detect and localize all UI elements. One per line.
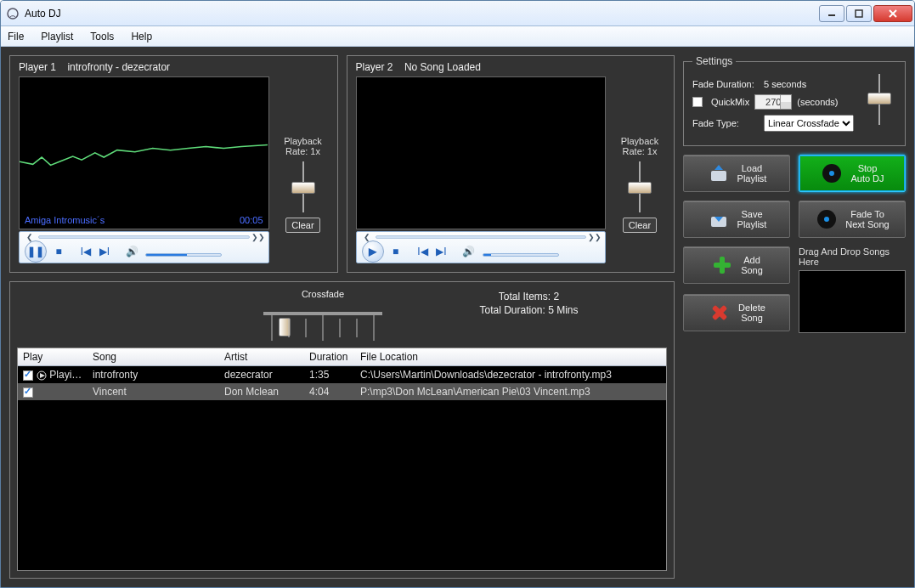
playlist-table: Play Song Artist Duration File Location … [17,348,667,571]
quickmix-checkbox[interactable] [692,97,703,107]
svg-point-0 [8,8,18,19]
fade-duration-value: 5 seconds [764,79,806,89]
disc-icon [820,161,844,185]
plus-icon [710,253,734,277]
row-location: C:\Users\Martin\Downloads\dezecrator - i… [355,366,666,383]
player-1-stop-button[interactable]: ■ [52,245,65,258]
player-1-now-time: 00:05 [240,215,263,225]
col-song[interactable]: Song [88,348,219,365]
fade-next-button[interactable]: Fade ToNext Song [799,201,906,238]
stop-autodj-button[interactable]: StopAuto DJ [799,155,906,192]
player-2-next-button[interactable]: ▶I [435,245,449,258]
row-play-status: Playing [47,369,83,381]
row-song: Vincent [88,383,219,400]
player-2-seek-back-icon[interactable]: ❮ [362,232,372,242]
maximize-button[interactable] [846,5,872,22]
minimize-button[interactable] [819,5,844,22]
player-2-volume-slider[interactable] [483,253,559,257]
menu-file[interactable]: File [8,31,24,42]
menu-tools[interactable]: Tools [90,31,114,42]
fade-duration-slider[interactable] [862,74,896,125]
x-icon [708,301,731,325]
fade-duration-label: Fade Duration: [692,79,759,89]
window-title: Auto DJ [25,8,817,20]
menubar: File Playlist Tools Help [1,26,914,47]
player-1-seek[interactable] [38,235,250,239]
svg-rect-2 [856,10,862,17]
player-2-rate-slider[interactable] [625,161,654,212]
player-1-volume-slider[interactable] [145,253,222,257]
player-1-transport: ❮ ❯❯ ❚❚ ■ I◀ ▶I [19,231,269,263]
quickmix-unit: (seconds) [797,97,838,107]
menu-playlist[interactable]: Playlist [41,31,73,42]
row-checkbox[interactable] [23,370,33,381]
player-2-label: Player 2 [356,61,393,73]
player-2-stop-button[interactable]: ■ [389,245,403,258]
row-duration: 1:35 [304,366,355,383]
total-duration: Total Duration: 5 Mins [399,304,658,316]
crossfade-slider[interactable] [263,312,382,341]
svg-marker-13 [40,373,45,378]
disc-icon [815,207,839,231]
player-1-songname: introfronty - dezecrator [67,61,170,73]
crossfade-label: Crossfade [263,289,382,299]
player-2-clear-button[interactable]: Clear [623,218,657,233]
player-2-seek[interactable] [376,235,587,239]
fade-next-label: Fade ToNext Song [845,209,889,229]
drop-area[interactable] [799,270,906,333]
player-2-rate-label: Playback [614,136,665,146]
player-1-seek-back-icon[interactable]: ❮ [25,232,35,242]
titlebar: Auto DJ [1,1,914,26]
player-2-mute-button[interactable]: 🔊 [462,245,476,258]
row-location: P:\mp3\Don McLean\American Pie\03 Vincen… [355,383,666,400]
save-playlist-button[interactable]: SavePlaylist [683,201,790,238]
player-1-playpause-button[interactable]: ❚❚ [25,240,47,263]
col-artist[interactable]: Artist [219,348,304,365]
quickmix-value-spinner[interactable]: 270 [754,94,792,110]
load-playlist-label: LoadPlaylist [737,163,767,184]
svg-point-16 [829,171,834,176]
save-playlist-label: SavePlaylist [737,209,767,229]
table-row[interactable]: VincentDon Mclean4:04P:\mp3\Don McLean\A… [18,383,666,400]
player-1-clear-button[interactable]: Clear [285,218,319,233]
player-1-rate-value: Rate: 1x [278,146,329,156]
delete-song-label: DeleteSong [738,302,765,323]
player-2-songname: No Song Loaded [404,61,481,73]
col-duration[interactable]: Duration [304,348,355,365]
svg-rect-21 [714,263,731,268]
row-artist: Don Mclean [219,383,304,400]
drop-area-label: Drag And Drop Songs Here [799,246,906,267]
player-2-prev-button[interactable]: I◀ [416,245,430,258]
menu-help[interactable]: Help [131,31,152,42]
player-1-rate-slider[interactable] [289,161,318,212]
fade-type-label: Fade Type: [692,118,759,128]
player-1-seek-fwd-icon[interactable]: ❯❯ [253,232,263,242]
player-2-panel: Player 2 No Song Loaded ❮ ❯❯ [347,55,675,273]
load-playlist-button[interactable]: LoadPlaylist [683,155,790,192]
row-song: introfronty [88,366,219,383]
row-checkbox[interactable] [23,387,33,398]
table-row[interactable]: Playingintrofrontydezecrator1:35C:\Users… [18,366,666,383]
player-2-waveform[interactable] [356,76,607,229]
fade-type-select[interactable]: Linear Crossfade [764,115,854,132]
col-location[interactable]: File Location [355,348,666,365]
save-playlist-icon [707,207,731,231]
player-1-mute-button[interactable]: 🔊 [125,245,138,258]
settings-legend: Settings [692,55,736,67]
player-2-playpause-button[interactable]: ▶ [362,240,384,263]
player-1-panel: Player 1 introfronty - dezecrator Amiga … [9,55,338,273]
delete-song-button[interactable]: DeleteSong [683,294,790,331]
add-song-label: AddSong [741,255,763,275]
col-play[interactable]: Play [18,348,88,365]
player-1-rate-label: Playback [278,136,329,146]
player-1-waveform[interactable]: Amiga Intromusic´s 00:05 [19,76,269,229]
player-1-next-button[interactable]: ▶I [98,245,111,258]
close-button[interactable] [873,5,912,22]
row-duration: 4:04 [304,383,355,400]
playlist-header-row: Play Song Artist Duration File Location [18,348,666,366]
player-2-seek-fwd-icon[interactable]: ❯❯ [590,232,600,242]
player-1-prev-button[interactable]: I◀ [79,245,93,258]
add-song-button[interactable]: AddSong [683,246,790,284]
svg-point-19 [824,217,829,222]
svg-rect-14 [711,171,726,181]
